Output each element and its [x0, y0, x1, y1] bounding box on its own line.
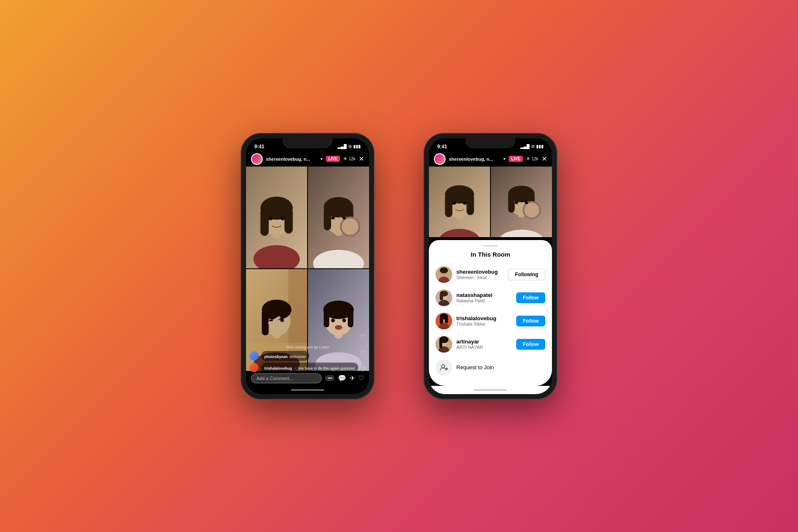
svg-rect-69	[440, 294, 443, 300]
svg-point-49	[463, 201, 467, 205]
comment-text-1: Welcome!	[289, 355, 306, 359]
comment-username-1: photosbyean	[264, 355, 288, 359]
room-info-3: artinayar ARTI NAYAR	[456, 338, 512, 350]
phone-1-screen: 9:41 ▂▄█ ⊙ ▮▮▮ shereenlovebug, n... ▾ LI…	[246, 138, 369, 394]
svg-point-81	[441, 365, 445, 368]
room-info-2: trishalalovebug Trishala Sikka	[456, 315, 512, 326]
add-person-icon	[440, 363, 448, 372]
live-header-1: shereenlovebug, n... ▾ LIVE 👁 12k ✕	[246, 152, 369, 167]
heart-icon-2[interactable]: ♡	[360, 349, 366, 357]
room-avatar-svg-1	[436, 289, 452, 306]
comment-item-1: photosbyean Welcome!	[249, 351, 366, 361]
comment-avatar-1	[249, 351, 259, 360]
video-person-2-1	[429, 167, 490, 237]
video-person-2-2	[491, 167, 552, 237]
status-icons-2: ▂▄█ ⊙ ▮▮▮	[520, 144, 544, 149]
home-indicator-1	[246, 386, 369, 394]
room-avatar-svg-2	[436, 313, 452, 329]
panel-title: In This Room	[429, 251, 552, 258]
svg-point-30	[280, 319, 284, 322]
svg-rect-46	[445, 194, 453, 217]
svg-rect-74	[440, 316, 443, 324]
room-item-3: artinayar ARTI NAYAR Follow	[429, 333, 552, 356]
comments-overlay-1: Miss seeing you go Lives! photosbyean We…	[246, 345, 369, 373]
follow-button-1[interactable]: Follow	[516, 292, 545, 303]
follow-button-3[interactable]: Follow	[516, 339, 545, 350]
status-time-1: 9:41	[254, 144, 264, 150]
svg-rect-75	[445, 316, 448, 323]
like-icon-1[interactable]: ♡	[358, 374, 364, 382]
video-cell-2-2	[491, 167, 552, 237]
svg-point-29	[269, 319, 273, 321]
close-button-1[interactable]: ✕	[359, 156, 364, 162]
svg-point-64	[440, 267, 448, 273]
svg-point-48	[452, 201, 456, 205]
room-avatar-1	[436, 289, 452, 306]
request-join-icon	[436, 359, 452, 376]
follow-button-2[interactable]: Follow	[516, 316, 545, 326]
share-icon-1[interactable]: ✈	[350, 374, 355, 382]
room-username-0: shereenlovebug	[456, 269, 504, 275]
hearts-overlay: ♡ ♡ ♡	[360, 333, 366, 373]
svg-rect-6	[284, 208, 293, 233]
svg-rect-47	[467, 194, 474, 215]
room-avatar-3	[436, 336, 452, 353]
request-join-label: Request to Join	[456, 364, 494, 370]
signal-icon-2: ▂▄█	[520, 144, 530, 149]
live-badge-2: LIVE	[509, 156, 523, 162]
room-avatar-0	[436, 266, 452, 283]
more-button-1[interactable]: •••	[325, 375, 335, 381]
room-avatar-svg-3	[436, 336, 452, 353]
home-indicator-2	[429, 386, 552, 394]
battery-icon-2: ▮▮▮	[536, 144, 544, 149]
room-avatar-2	[436, 313, 452, 329]
room-item-1: natasshapatel Natasha Patel Follow	[429, 286, 552, 309]
svg-point-40	[335, 325, 342, 329]
room-member-list: shereenlovebug Shereen · Host Following	[429, 263, 552, 379]
chat-icon-1[interactable]: 💬	[338, 374, 346, 382]
room-username-3: artinayar	[456, 338, 512, 345]
phone-2: 9:41 ▂▄█ ⊙ ▮▮▮ shereenlovebug, n... ▾ LI…	[424, 133, 557, 399]
video-cell-1	[246, 167, 307, 268]
wifi-icon-1: ⊙	[348, 144, 352, 149]
home-bar-1	[291, 389, 324, 391]
close-button-2[interactable]: ✕	[542, 156, 547, 162]
svg-point-39	[342, 319, 346, 322]
request-to-join-row[interactable]: Request to Join	[429, 356, 552, 379]
comment-avatar-2	[249, 363, 259, 372]
following-button-0[interactable]: Following	[508, 269, 545, 280]
person-svg-2	[308, 167, 369, 268]
home-bar-2	[474, 389, 507, 391]
room-avatar-svg-0	[436, 266, 452, 283]
bottom-bar-1: Add a Comment... ••• 💬 ✈ ♡	[246, 371, 369, 386]
svg-rect-55	[508, 194, 515, 213]
room-item-0: shereenlovebug Shereen · Host Following	[429, 263, 552, 286]
svg-point-18	[331, 216, 335, 219]
room-realname-0: Shereen · Host	[456, 275, 504, 280]
room-info-0: shereenlovebug Shereen · Host	[456, 269, 504, 280]
notch-2	[466, 138, 515, 148]
live-viewers-2: 👁 12k	[526, 157, 538, 161]
svg-point-17	[342, 218, 358, 235]
svg-rect-14	[324, 207, 331, 230]
room-item-2: trishalalovebug Trishala Sikka Follow	[429, 309, 552, 333]
live-viewers-1: 👁 12k	[343, 157, 355, 161]
overlay-text-1: Miss seeing you go Lives!	[249, 345, 366, 349]
svg-rect-37	[348, 310, 353, 327]
svg-rect-5	[261, 208, 269, 236]
chevron-icon-2: ▾	[503, 157, 505, 161]
heart-icon-1[interactable]: ♡	[360, 333, 366, 341]
comment-placeholder-1: Add a Comment...	[256, 376, 293, 381]
svg-point-38	[331, 319, 335, 322]
heart-icon-3[interactable]: ♡	[360, 365, 366, 373]
room-realname-1: Natasha Patel	[456, 298, 512, 303]
svg-rect-80	[439, 340, 442, 348]
room-realname-2: Trishala Sikka	[456, 321, 512, 326]
signal-icon-1: ▂▄█	[337, 144, 347, 149]
svg-point-19	[342, 216, 346, 219]
verified-icon-1: ✓	[294, 366, 298, 370]
live-username-2: shereenlovebug, n...	[449, 157, 500, 162]
comment-input-1[interactable]: Add a Comment...	[251, 373, 322, 383]
wifi-icon-2: ⊙	[531, 144, 534, 149]
svg-point-60	[525, 201, 528, 204]
